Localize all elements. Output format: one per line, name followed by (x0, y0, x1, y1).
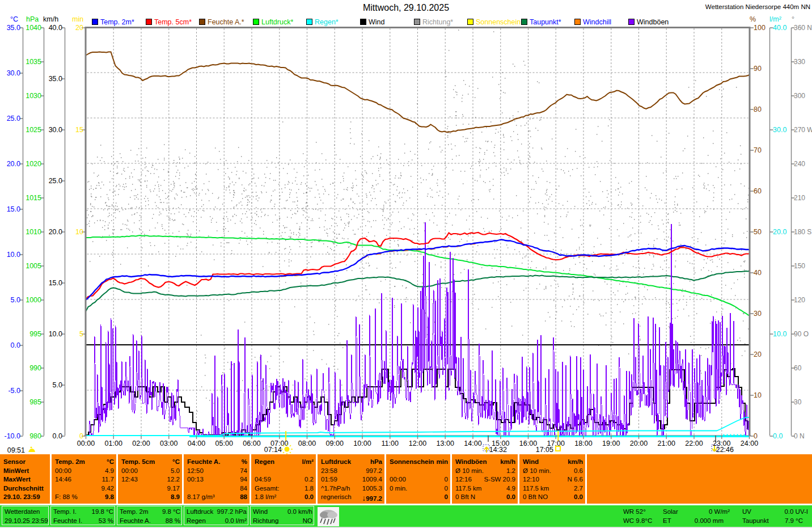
svg-text:16:00: 16:00 (519, 440, 537, 447)
svg-text:30.0: 30.0 (49, 126, 62, 134)
svg-text:10: 10 (754, 391, 762, 399)
svg-text:35.0: 35.0 (49, 75, 62, 83)
svg-text:20.0: 20.0 (7, 160, 20, 168)
svg-text:990: 990 (29, 364, 41, 372)
svg-text:30.0: 30.0 (7, 69, 20, 77)
svg-text:10.0: 10.0 (7, 251, 20, 259)
svg-text:24:00: 24:00 (741, 440, 758, 447)
svg-text:1030: 1030 (26, 92, 41, 100)
svg-text:09:00: 09:00 (326, 440, 344, 447)
svg-text:995: 995 (29, 330, 41, 338)
svg-text:11:00: 11:00 (382, 440, 399, 447)
svg-text:10.0: 10.0 (773, 330, 786, 338)
svg-text:40.0: 40.0 (773, 24, 786, 32)
svg-text:0: 0 (79, 432, 83, 440)
svg-text:1020: 1020 (26, 160, 41, 168)
svg-text:06:00: 06:00 (243, 440, 260, 447)
svg-text:02:00: 02:00 (132, 440, 150, 447)
svg-text:21:00: 21:00 (658, 440, 675, 447)
svg-text:70: 70 (754, 146, 762, 154)
svg-text:15.0: 15.0 (49, 279, 62, 287)
svg-text:-10.0: -10.0 (5, 432, 21, 440)
svg-text:985: 985 (29, 398, 41, 406)
svg-text:1010: 1010 (26, 228, 41, 236)
svg-text:35.0: 35.0 (7, 24, 20, 32)
svg-text:13:00: 13:00 (437, 440, 454, 447)
svg-text:40: 40 (754, 269, 762, 277)
svg-text:1005: 1005 (26, 262, 41, 270)
svg-text:04:00: 04:00 (188, 440, 205, 447)
svg-text:180 S: 180 S (794, 228, 811, 236)
svg-text:1025: 1025 (26, 126, 41, 134)
svg-text:80: 80 (754, 105, 762, 113)
svg-text:300: 300 (794, 92, 805, 100)
svg-text:270 W: 270 W (794, 126, 812, 134)
svg-text:5: 5 (79, 330, 83, 338)
svg-text:40.0: 40.0 (49, 24, 62, 32)
svg-text:14:00: 14:00 (464, 440, 481, 447)
svg-text:10:00: 10:00 (353, 440, 371, 447)
svg-text:0.0: 0.0 (53, 432, 62, 440)
svg-text:22:00: 22:00 (685, 440, 703, 447)
svg-text:15: 15 (75, 126, 83, 134)
svg-text:1015: 1015 (26, 194, 41, 202)
svg-text:17:05: 17:05 (536, 446, 553, 454)
svg-text:330: 330 (794, 58, 805, 66)
svg-text:0: 0 (754, 432, 758, 440)
svg-text:1000: 1000 (26, 296, 41, 304)
svg-text:0.0: 0.0 (11, 341, 20, 349)
svg-text:240: 240 (794, 160, 805, 168)
svg-text:60: 60 (754, 187, 762, 195)
svg-text:120: 120 (794, 296, 805, 304)
svg-text:12:00: 12:00 (409, 440, 426, 447)
svg-text:25.0: 25.0 (7, 115, 20, 123)
svg-text:50: 50 (754, 228, 762, 236)
svg-text:90 O: 90 O (794, 330, 809, 338)
svg-text:0 N: 0 N (794, 432, 805, 440)
svg-text:18:00: 18:00 (574, 440, 592, 447)
svg-text:07:14: 07:14 (264, 446, 282, 454)
svg-text:150: 150 (794, 262, 805, 270)
svg-text:03:00: 03:00 (160, 440, 177, 447)
svg-text:20: 20 (75, 24, 83, 32)
svg-text:00:00: 00:00 (77, 440, 95, 447)
svg-text:25.0: 25.0 (49, 177, 62, 185)
svg-text:1035: 1035 (26, 58, 41, 66)
svg-text:360 N: 360 N (794, 24, 812, 32)
svg-text:08:00: 08:00 (298, 440, 316, 447)
svg-text:01:00: 01:00 (105, 440, 122, 447)
svg-text:10: 10 (75, 228, 83, 236)
svg-text:15.0: 15.0 (7, 205, 20, 213)
svg-text:05:00: 05:00 (215, 440, 233, 447)
svg-text:100: 100 (754, 24, 766, 32)
svg-text:20:00: 20:00 (630, 440, 648, 447)
svg-text:-5.0: -5.0 (8, 387, 20, 395)
svg-text:19:00: 19:00 (602, 440, 620, 447)
svg-text:20.0: 20.0 (49, 228, 62, 236)
svg-text:60: 60 (794, 364, 802, 372)
svg-text:210: 210 (794, 194, 805, 202)
svg-text:0.0: 0.0 (773, 432, 783, 440)
svg-text:30.0: 30.0 (773, 126, 786, 134)
svg-text:22:46: 22:46 (716, 446, 734, 454)
svg-text:30: 30 (794, 398, 802, 406)
svg-text:20: 20 (754, 350, 762, 358)
svg-text:10.0: 10.0 (49, 330, 62, 338)
svg-text:90: 90 (754, 65, 762, 73)
svg-text:30: 30 (754, 310, 762, 318)
svg-text:09:51: 09:51 (7, 446, 25, 454)
svg-text:14:32: 14:32 (489, 446, 507, 454)
svg-text:1040: 1040 (26, 24, 41, 32)
svg-text:20.0: 20.0 (773, 228, 786, 236)
svg-text:5.0: 5.0 (11, 296, 20, 304)
svg-text:980: 980 (29, 432, 41, 440)
svg-text:5.0: 5.0 (53, 381, 62, 389)
